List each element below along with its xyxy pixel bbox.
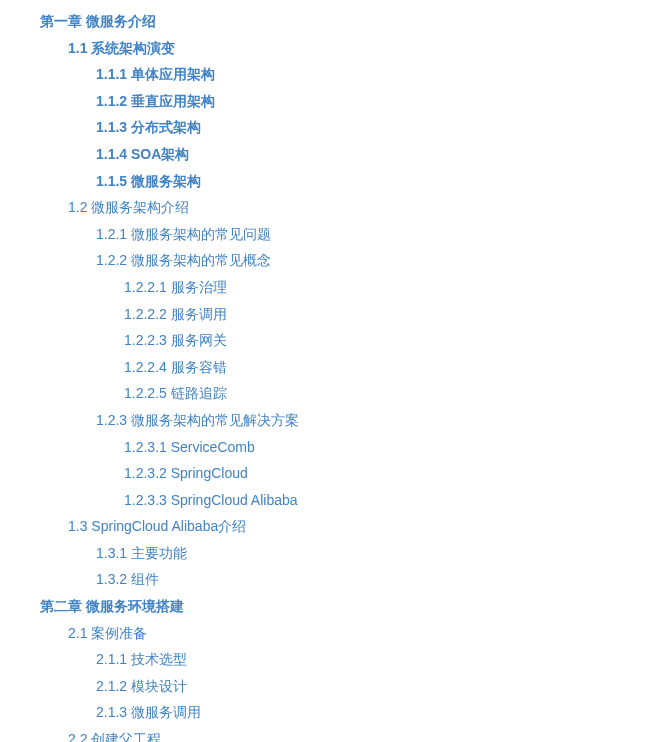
toc-link[interactable]: 2.1.1 技术选型 xyxy=(96,651,187,667)
toc-link[interactable]: 1.1 系统架构演变 xyxy=(68,40,175,56)
toc-item: 1.2.2 微服务架构的常见概念 xyxy=(40,247,646,274)
toc-link[interactable]: 1.2.2.3 服务网关 xyxy=(124,332,227,348)
toc-link[interactable]: 1.2.2 微服务架构的常见概念 xyxy=(96,252,271,268)
toc-item: 第一章 微服务介绍 xyxy=(40,8,646,35)
toc-item: 第二章 微服务环境搭建 xyxy=(40,593,646,620)
toc-item: 1.1.5 微服务架构 xyxy=(40,168,646,195)
toc-link[interactable]: 1.2.2.5 链路追踪 xyxy=(124,385,227,401)
toc-link[interactable]: 1.3.2 组件 xyxy=(96,571,159,587)
toc-item: 2.1.3 微服务调用 xyxy=(40,699,646,726)
toc-item: 1.2.2.5 链路追踪 xyxy=(40,380,646,407)
toc-item: 1.2.2.2 服务调用 xyxy=(40,301,646,328)
toc-item: 1.1.2 垂直应用架构 xyxy=(40,88,646,115)
toc-link[interactable]: 1.2.3.3 SpringCloud Alibaba xyxy=(124,492,298,508)
toc-link[interactable]: 1.1.5 微服务架构 xyxy=(96,173,201,189)
toc-item: 1.1 系统架构演变 xyxy=(40,35,646,62)
toc-link[interactable]: 1.1.3 分布式架构 xyxy=(96,119,201,135)
toc-link[interactable]: 1.2.2.2 服务调用 xyxy=(124,306,227,322)
toc-link[interactable]: 1.2 微服务架构介绍 xyxy=(68,199,189,215)
toc-link[interactable]: 2.1 案例准备 xyxy=(68,625,147,641)
toc-item: 1.1.3 分布式架构 xyxy=(40,114,646,141)
toc-link[interactable]: 1.2.2.4 服务容错 xyxy=(124,359,227,375)
toc-link[interactable]: 1.1.1 单体应用架构 xyxy=(96,66,215,82)
toc-item: 1.1.4 SOA架构 xyxy=(40,141,646,168)
toc-item: 1.3.1 主要功能 xyxy=(40,540,646,567)
toc-link[interactable]: 1.1.2 垂直应用架构 xyxy=(96,93,215,109)
toc-item: 1.2.1 微服务架构的常见问题 xyxy=(40,221,646,248)
table-of-contents: 第一章 微服务介绍1.1 系统架构演变1.1.1 单体应用架构1.1.2 垂直应… xyxy=(40,8,646,742)
toc-link[interactable]: 第二章 微服务环境搭建 xyxy=(40,598,184,614)
toc-link[interactable]: 1.3.1 主要功能 xyxy=(96,545,187,561)
toc-link[interactable]: 1.2.3.1 ServiceComb xyxy=(124,439,255,455)
toc-item: 1.2.3 微服务架构的常见解决方案 xyxy=(40,407,646,434)
toc-item: 1.2.3.2 SpringCloud xyxy=(40,460,646,487)
toc-item: 1.2.3.3 SpringCloud Alibaba xyxy=(40,487,646,514)
toc-link[interactable]: 1.2.3.2 SpringCloud xyxy=(124,465,248,481)
toc-link[interactable]: 1.2.3 微服务架构的常见解决方案 xyxy=(96,412,299,428)
toc-item: 1.3.2 组件 xyxy=(40,566,646,593)
toc-item: 1.2.2.1 服务治理 xyxy=(40,274,646,301)
toc-link[interactable]: 2.1.2 模块设计 xyxy=(96,678,187,694)
toc-link[interactable]: 1.2.2.1 服务治理 xyxy=(124,279,227,295)
toc-link[interactable]: 2.2 创建父工程 xyxy=(68,731,161,742)
toc-link[interactable]: 1.3 SpringCloud Alibaba介绍 xyxy=(68,518,246,534)
toc-item: 1.2 微服务架构介绍 xyxy=(40,194,646,221)
toc-link[interactable]: 第一章 微服务介绍 xyxy=(40,13,156,29)
toc-item: 2.1 案例准备 xyxy=(40,620,646,647)
toc-item: 1.1.1 单体应用架构 xyxy=(40,61,646,88)
toc-link[interactable]: 1.1.4 SOA架构 xyxy=(96,146,189,162)
toc-item: 1.3 SpringCloud Alibaba介绍 xyxy=(40,513,646,540)
toc-item: 1.2.3.1 ServiceComb xyxy=(40,434,646,461)
toc-item: 2.1.2 模块设计 xyxy=(40,673,646,700)
toc-item: 2.2 创建父工程 xyxy=(40,726,646,742)
toc-link[interactable]: 1.2.1 微服务架构的常见问题 xyxy=(96,226,271,242)
toc-item: 1.2.2.4 服务容错 xyxy=(40,354,646,381)
toc-item: 1.2.2.3 服务网关 xyxy=(40,327,646,354)
toc-link[interactable]: 2.1.3 微服务调用 xyxy=(96,704,201,720)
toc-item: 2.1.1 技术选型 xyxy=(40,646,646,673)
